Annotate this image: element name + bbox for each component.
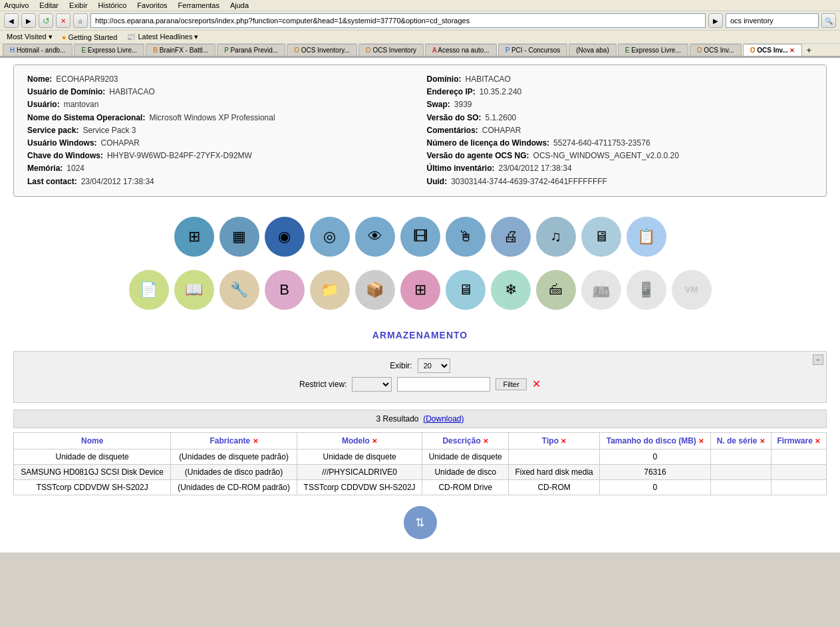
storage-icon-btn[interactable]: ◉ bbox=[265, 217, 305, 257]
table-cell: (Unidades de disquete padrão) bbox=[171, 449, 297, 464]
table-cell bbox=[710, 464, 771, 479]
search-button[interactable]: 🔍 bbox=[821, 13, 836, 28]
forward-button[interactable]: ▶ bbox=[21, 13, 36, 28]
address-bar[interactable] bbox=[90, 13, 706, 28]
tab-ocs2[interactable]: O OCS Inventory bbox=[358, 44, 424, 56]
bottom-circle-icon[interactable]: ⇅ bbox=[404, 506, 437, 539]
table-cell bbox=[710, 479, 771, 495]
table-cell: 0 bbox=[600, 479, 711, 495]
clear-filter-icon[interactable]: ✕ bbox=[532, 378, 541, 390]
storage-table: Nome Fabricante ✕ Modelo ✕ Descrição ✕ T… bbox=[13, 432, 827, 495]
network-icon[interactable]: 🖥 bbox=[581, 217, 621, 257]
table-cell: 76316 bbox=[600, 464, 711, 479]
tab-parana[interactable]: P Paraná Previd... bbox=[217, 44, 285, 56]
label-endereco-ip: Endereço IP: bbox=[427, 86, 476, 98]
exibir-select[interactable]: 20 50 100 bbox=[418, 358, 450, 373]
col-modelo-clear[interactable]: ✕ bbox=[372, 438, 377, 445]
menu-historico[interactable]: Histórico bbox=[98, 1, 127, 9]
col-firmware-clear[interactable]: ✕ bbox=[815, 438, 820, 445]
service-icon[interactable]: 🔧 bbox=[219, 270, 259, 310]
tab-pci[interactable]: P PCI - Concursos bbox=[498, 44, 568, 56]
getting-started-bookmark[interactable]: ● Getting Started bbox=[58, 33, 122, 42]
stamp-icon[interactable]: 🖮 bbox=[536, 270, 576, 310]
folder-icon[interactable]: 📁 bbox=[310, 270, 350, 310]
minimize-button[interactable]: − bbox=[813, 354, 823, 365]
menu-ajuda[interactable]: Ajuda bbox=[230, 1, 249, 9]
bios-icon[interactable]: B bbox=[265, 270, 305, 310]
video-icon[interactable]: 🎞 bbox=[400, 217, 440, 257]
info-right-col: Domínio: HABITACAO Endereço IP: 10.35.2.… bbox=[427, 73, 813, 188]
menu-editar[interactable]: Editar bbox=[39, 1, 59, 9]
restrict-view-label: Restrict view: bbox=[299, 380, 347, 389]
col-fabricante-clear[interactable]: ✕ bbox=[253, 438, 258, 445]
table-cell bbox=[771, 479, 826, 495]
value-endereco-ip: 10.35.2.240 bbox=[480, 86, 521, 98]
latest-headlines-bookmark[interactable]: 📰 Latest Headlines ▾ bbox=[122, 32, 202, 42]
col-serie-clear[interactable]: ✕ bbox=[760, 438, 765, 445]
col-tipo-clear[interactable]: ✕ bbox=[561, 438, 566, 445]
tab-brainfx[interactable]: B BrainFX - Battl... bbox=[146, 44, 215, 56]
restrict-view-select[interactable] bbox=[352, 377, 392, 392]
new-tab-button[interactable]: + bbox=[806, 45, 811, 55]
table-cell: 0 bbox=[600, 449, 711, 464]
memory-icon[interactable]: ▦ bbox=[219, 217, 259, 257]
home-button[interactable]: ⌂ bbox=[73, 13, 88, 28]
download-link[interactable]: (Download) bbox=[423, 414, 464, 424]
sound-icon[interactable]: ♫ bbox=[536, 217, 576, 257]
vm-icon[interactable]: VM bbox=[672, 270, 712, 310]
value-usuario: mantovan bbox=[64, 98, 99, 111]
tab-ocs1[interactable]: O OCS Inventory... bbox=[287, 44, 357, 56]
hardware-icon[interactable]: ⊞ bbox=[174, 217, 214, 257]
mouse-icon[interactable]: 🖱 bbox=[446, 217, 486, 257]
menu-ferramentas[interactable]: Ferramentas bbox=[178, 1, 219, 9]
table-cell: Fixed hard disk media bbox=[509, 464, 600, 479]
info-row-versao-agente: Versão do agente OCS NG: OCS-NG_WINDOWS_… bbox=[427, 150, 813, 162]
table-row: TSSTcorp CDDVDW SH-S202J(Unidades de CD-… bbox=[14, 479, 827, 495]
most-visited-bookmark[interactable]: Most Visited ▾ bbox=[3, 32, 57, 42]
filter-button[interactable]: Filter bbox=[495, 378, 526, 390]
software-icon[interactable]: 📋 bbox=[627, 217, 666, 257]
col-nome: Nome bbox=[14, 432, 171, 449]
registry-icon[interactable]: 📖 bbox=[174, 270, 214, 310]
package-icon[interactable]: 📦 bbox=[355, 270, 395, 310]
info-row-nome: Nome: ECOHAPAR9203 bbox=[27, 73, 414, 86]
go-button[interactable]: ▶ bbox=[708, 13, 723, 28]
tab-nova[interactable]: (Nova aba) bbox=[569, 44, 616, 56]
col-tamanho-clear[interactable]: ✕ bbox=[698, 438, 704, 445]
menu-favoritos[interactable]: Favoritos bbox=[137, 1, 167, 9]
col-descricao-clear[interactable]: ✕ bbox=[483, 438, 488, 445]
value-nome-so: Microsoft Windows XP Professional bbox=[149, 112, 275, 124]
drive-icon[interactable]: ◎ bbox=[310, 217, 350, 257]
value-service-pack: Service Pack 3 bbox=[82, 124, 136, 137]
menu-arquivo[interactable]: Arquivo bbox=[4, 1, 29, 9]
refresh-button[interactable]: ↺ bbox=[39, 13, 53, 28]
label-versao-agente: Versão do agente OCS NG: bbox=[427, 150, 529, 162]
printer-icon[interactable]: 🖨 bbox=[491, 217, 531, 257]
ac-icon[interactable]: ❄ bbox=[491, 270, 531, 310]
stop-button[interactable]: ✕ bbox=[56, 13, 70, 28]
computer-info-box: Nome: ECOHAPAR9203 Usuário de Domínio: H… bbox=[13, 64, 827, 197]
label-last-contact: Last contact: bbox=[27, 176, 77, 188]
mobile-icon[interactable]: 📱 bbox=[627, 270, 666, 310]
restrict-view-input[interactable] bbox=[397, 377, 490, 392]
tab-ocs3[interactable]: O OCS Inv... bbox=[690, 44, 742, 56]
tab-acesso[interactable]: A Acesso na auto... bbox=[425, 44, 497, 56]
toolbar: ◀ ▶ ↺ ✕ ⌂ ▶ 🔍 bbox=[0, 11, 840, 31]
info-row-uuid: Uuid: 30303144-3744-4639-3742-4641FFFFFF… bbox=[427, 176, 813, 188]
tab-hotmail[interactable]: H Hotmail - andb... bbox=[3, 44, 72, 56]
info-row-usuario: Usuário: mantovan bbox=[27, 98, 414, 111]
tab-expresso1[interactable]: E Expresso Livre... bbox=[74, 44, 144, 56]
search-bar[interactable] bbox=[726, 13, 819, 28]
info-row-endereco-ip: Endereço IP: 10.35.2.240 bbox=[427, 86, 813, 98]
grid-icon[interactable]: ⊞ bbox=[400, 270, 440, 310]
tab-ocs-active[interactable]: O OCS Inv... ✕ bbox=[743, 44, 803, 56]
process-icon[interactable]: 📄 bbox=[129, 270, 169, 310]
col-tipo: Tipo ✕ bbox=[509, 432, 600, 449]
menu-exibir[interactable]: Exibir bbox=[69, 1, 88, 9]
monitor-icon[interactable]: 👁 bbox=[355, 217, 395, 257]
col-modelo: Modelo ✕ bbox=[297, 432, 422, 449]
screen-icon[interactable]: 🖥 bbox=[446, 270, 486, 310]
fax-icon[interactable]: 📠 bbox=[581, 270, 621, 310]
tab-expresso2[interactable]: E Expresso Livre... bbox=[618, 44, 688, 56]
back-button[interactable]: ◀ bbox=[4, 13, 19, 28]
